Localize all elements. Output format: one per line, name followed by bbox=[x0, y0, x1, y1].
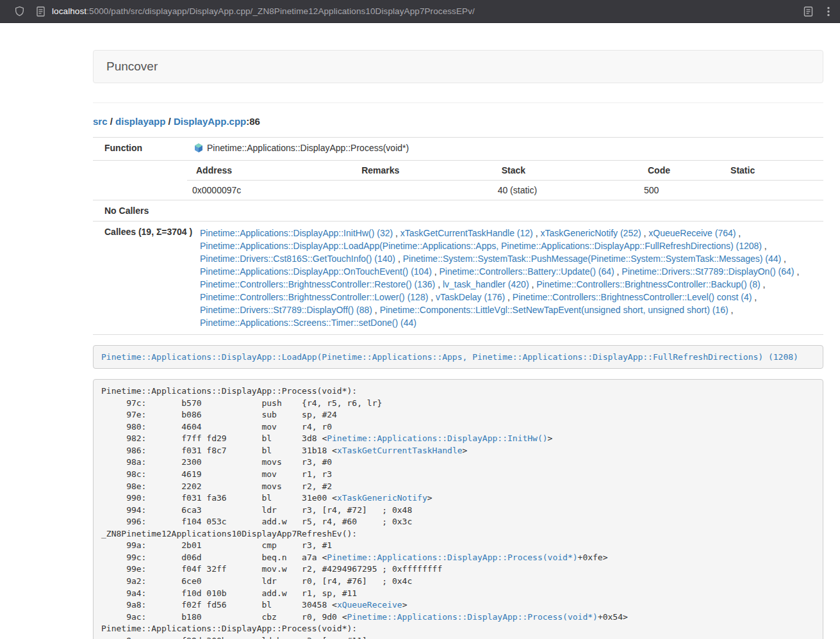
disassembly-code: Pinetime::Applications::DisplayApp::Proc… bbox=[93, 379, 823, 639]
brand-title[interactable]: Puncover bbox=[94, 60, 158, 74]
breadcrumb-link-displayapp[interactable]: displayapp bbox=[115, 116, 165, 127]
callee-separator: , bbox=[752, 292, 757, 302]
callee-separator: , bbox=[393, 228, 400, 238]
callee-separator: , bbox=[533, 228, 541, 238]
callee-separator: , bbox=[641, 228, 649, 238]
callee-separator: , bbox=[762, 241, 767, 251]
breadcrumb-separator: / bbox=[165, 116, 174, 127]
code-symbol-link[interactable]: Pinetime::Applications::DisplayApp::Proc… bbox=[347, 612, 598, 622]
callee-separator: , bbox=[395, 254, 403, 264]
callee-link[interactable]: Pinetime::Controllers::BrightnessControl… bbox=[200, 292, 428, 302]
empty-label bbox=[93, 161, 187, 200]
code-symbol-link[interactable]: xTaskGetCurrentTaskHandle bbox=[337, 446, 463, 455]
breadcrumb-separator: / bbox=[108, 116, 116, 127]
callee-link[interactable]: Pinetime::Drivers::St7789::DisplayOff() … bbox=[200, 305, 372, 315]
callee-separator: , bbox=[435, 279, 443, 289]
column-stack: Stack bbox=[493, 161, 639, 181]
callees-label: Callees (19, Σ=3704 ) bbox=[93, 222, 187, 335]
shield-icon[interactable] bbox=[15, 6, 24, 17]
callee-separator: , bbox=[372, 305, 380, 315]
callees-row: Callees (19, Σ=3704 ) Pinetime::Applicat… bbox=[93, 222, 823, 335]
callee-link[interactable]: Pinetime::Applications::Screens::Timer::… bbox=[200, 318, 416, 328]
function-name: Pinetime::Applications::DisplayApp::Proc… bbox=[207, 143, 409, 153]
breadcrumb: src / displayapp / DisplayApp.cpp:86 bbox=[93, 116, 823, 127]
divider bbox=[93, 102, 823, 103]
code-symbol-link[interactable]: xTaskGenericNotify bbox=[337, 493, 427, 503]
callee-separator: , bbox=[729, 305, 734, 315]
callee-link[interactable]: vTaskDelay (176) bbox=[436, 292, 505, 302]
callee-separator: , bbox=[781, 254, 786, 264]
function-table: Function Pinetime::Applications::Display… bbox=[93, 137, 823, 335]
breadcrumb-link-src[interactable]: src bbox=[93, 116, 108, 127]
navbar: Puncover bbox=[93, 50, 823, 83]
column-code: Code bbox=[639, 161, 721, 181]
kebab-menu-icon[interactable] bbox=[827, 6, 830, 17]
callee-link[interactable]: xTaskGetCurrentTaskHandle (12) bbox=[400, 228, 533, 238]
callee-separator: , bbox=[505, 292, 513, 302]
callees-list: Pinetime::Applications::DisplayApp::Init… bbox=[187, 222, 823, 335]
callee-separator: , bbox=[614, 266, 622, 277]
remarks-value bbox=[352, 181, 492, 200]
url-domain: localhost bbox=[52, 6, 86, 16]
page-content: Puncover src / displayapp / DisplayApp.c… bbox=[93, 50, 823, 639]
highlighted-symbol-link[interactable]: Pinetime::Applications::DisplayApp::Load… bbox=[101, 352, 798, 362]
callee-separator: , bbox=[736, 228, 741, 238]
browser-toolbar: localhost:5000/path/src/displayapp/Displ… bbox=[0, 0, 840, 23]
function-details-row: Address Remarks Stack Code Static 0x0000… bbox=[93, 161, 823, 200]
callee-link[interactable]: xQueueReceive (764) bbox=[648, 228, 736, 238]
address-value: 0x0000097c bbox=[187, 181, 352, 200]
static-value bbox=[721, 181, 823, 200]
callee-separator: , bbox=[428, 292, 436, 302]
function-row: Function Pinetime::Applications::Display… bbox=[93, 138, 823, 161]
url-path: :5000/path/src/displayapp/DisplayApp.cpp… bbox=[86, 6, 475, 16]
callee-link[interactable]: Pinetime::System::SystemTask::PushMessag… bbox=[403, 254, 782, 264]
breadcrumb-line-number: :86 bbox=[246, 116, 260, 127]
column-remarks: Remarks bbox=[352, 161, 492, 181]
callee-link[interactable]: Pinetime::Components::LittleVgl::SetNewT… bbox=[380, 305, 729, 315]
callee-link[interactable]: Pinetime::Drivers::St7789::DisplayOn() (… bbox=[622, 266, 794, 277]
function-label: Function bbox=[93, 138, 187, 161]
callee-separator: , bbox=[795, 266, 800, 277]
breadcrumb-link-file[interactable]: DisplayApp.cpp bbox=[174, 116, 246, 127]
callee-link[interactable]: Pinetime::Applications::DisplayApp::Init… bbox=[200, 228, 393, 238]
no-callers-row: No Callers bbox=[93, 200, 823, 222]
address-bar[interactable]: localhost:5000/path/src/displayapp/Displ… bbox=[52, 6, 803, 16]
callee-link[interactable]: Pinetime::Drivers::Cst816S::GetTouchInfo… bbox=[200, 254, 395, 264]
code-symbol-link[interactable]: Pinetime::Applications::DisplayApp::Init… bbox=[327, 433, 547, 443]
code-value: 500 bbox=[639, 181, 721, 200]
callee-link[interactable]: Pinetime::Controllers::Battery::Update()… bbox=[440, 266, 614, 277]
callee-separator: , bbox=[761, 279, 766, 289]
code-symbol-link[interactable]: Pinetime::Applications::DisplayApp::Proc… bbox=[327, 553, 577, 562]
highlighted-symbol: Pinetime::Applications::DisplayApp::Load… bbox=[93, 345, 823, 369]
stack-value: 40 (static) bbox=[493, 181, 639, 200]
callee-link[interactable]: Pinetime::Controllers::BrightnessControl… bbox=[200, 279, 435, 289]
column-address: Address bbox=[187, 161, 352, 181]
function-metrics-table: Address Remarks Stack Code Static 0x0000… bbox=[187, 161, 823, 200]
callee-separator: , bbox=[529, 279, 537, 289]
callee-separator: , bbox=[432, 266, 440, 277]
site-info-icon[interactable] bbox=[37, 6, 45, 17]
column-static: Static bbox=[721, 161, 823, 181]
callee-link[interactable]: Pinetime::Applications::DisplayApp::Load… bbox=[200, 241, 762, 251]
callee-link[interactable]: Pinetime::Controllers::BrightnessControl… bbox=[536, 279, 760, 289]
function-icon bbox=[194, 143, 204, 155]
callee-link[interactable]: Pinetime::Applications::DisplayApp::OnTo… bbox=[200, 266, 432, 277]
code-symbol-link[interactable]: xQueueReceive bbox=[337, 600, 402, 610]
callee-link[interactable]: xTaskGenericNotify (252) bbox=[540, 228, 641, 238]
metrics-value-row: 0x0000097c 40 (static) 500 bbox=[187, 181, 823, 200]
metrics-header-row: Address Remarks Stack Code Static bbox=[187, 161, 823, 181]
callee-link[interactable]: Pinetime::Controllers::BrightnessControl… bbox=[513, 292, 752, 302]
reader-mode-icon[interactable] bbox=[803, 6, 813, 17]
no-callers-label: No Callers bbox=[93, 200, 187, 222]
callee-link[interactable]: lv_task_handler (420) bbox=[443, 279, 529, 289]
